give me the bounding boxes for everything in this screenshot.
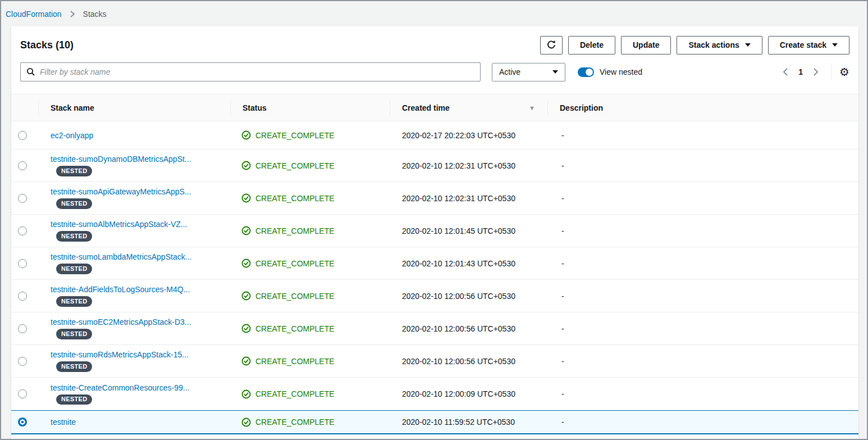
created-time: 2020-02-10 12:00:09 UTC+0530 [390,378,547,410]
status-success-icon [241,418,251,427]
status-text: CREATE_COMPLETE [255,418,335,427]
previous-page-button[interactable] [779,65,792,79]
stack-name-link[interactable]: ec2-onlyapp [51,131,93,140]
table-row[interactable]: ec2-onlyapp CREATE_COMPLETE 2020-02-17 2… [11,121,858,149]
column-status[interactable]: Status [230,94,390,121]
status-success-icon [241,324,251,333]
status-text: CREATE_COMPLETE [255,161,335,170]
divider [831,63,832,80]
stack-name-link[interactable]: testnite-sumoAlbMetricsAppStack-VZ... [51,220,188,229]
description: - [547,247,858,279]
description: - [547,121,858,149]
status-success-icon [241,193,251,203]
stack-name-link[interactable]: testnite-sumoEC2MetricsAppStack-D3... [51,317,191,326]
description: - [547,149,858,182]
page-title: Stacks(10) [20,39,74,51]
status-success-icon [241,291,251,301]
status-text: CREATE_COMPLETE [255,357,335,366]
column-description[interactable]: Description [547,94,858,121]
nested-badge: NESTED [56,166,92,176]
table-body: ec2-onlyapp CREATE_COMPLETE 2020-02-17 2… [11,121,858,434]
refresh-icon [546,40,556,50]
table-row[interactable]: testnite-CreateCommonResources-99... NES… [11,378,858,410]
search-input[interactable] [40,63,474,81]
create-stack-button[interactable]: Create stack [768,36,849,55]
nested-badge: NESTED [56,394,92,405]
created-time: 2020-02-10 11:59:52 UTC+0530 [390,411,547,433]
table-row[interactable]: testnite-sumoDynamoDBMetricsAppSt... NES… [11,149,858,182]
next-page-button[interactable] [810,65,822,79]
row-radio[interactable] [18,357,27,366]
row-radio[interactable] [18,389,27,398]
table-row[interactable]: testnite-sumoRdsMetricsAppStack-15... NE… [11,345,858,378]
description: - [547,280,858,312]
nested-badge: NESTED [56,296,92,306]
created-time: 2020-02-10 12:01:43 UTC+0530 [390,247,547,279]
stack-count: (10) [56,39,74,51]
status-text: CREATE_COMPLETE [255,131,335,140]
status-text: CREATE_COMPLETE [255,194,335,203]
description: - [547,182,858,214]
status-success-icon [241,226,251,235]
nested-badge: NESTED [56,198,92,208]
nested-badge: NESTED [56,361,92,371]
update-button[interactable]: Update [621,36,671,55]
chevron-down-icon [552,70,558,74]
stacks-card: Stacks(10) Delete Update [11,26,858,439]
description: - [547,345,858,377]
stack-name-link[interactable]: testnite-sumoApiGatewayMetricsAppS... [51,187,191,196]
stack-name-link[interactable]: testnite-AddFieldsToLogSources-M4Q... [51,285,190,294]
created-time: 2020-02-10 12:02:31 UTC+0530 [390,182,547,214]
row-radio[interactable] [18,418,27,427]
refresh-button[interactable] [540,36,563,55]
status-text: CREATE_COMPLETE [255,324,335,333]
stack-name-link[interactable]: testnite-sumoLambdaMetricsAppStack... [51,252,191,261]
status-success-icon [241,389,251,399]
description: - [547,215,858,247]
column-created-time[interactable]: Created time ▼ [390,94,547,121]
stack-name-link[interactable]: testnite [51,418,76,427]
view-nested-label: View nested [600,67,642,76]
delete-button[interactable]: Delete [568,36,615,55]
status-text: CREATE_COMPLETE [255,389,335,398]
select-all-column [11,94,38,121]
view-nested-toggle[interactable] [578,67,594,77]
stack-name-link[interactable]: testnite-sumoDynamoDBMetricsAppSt... [51,155,191,164]
stack-filter [20,62,481,81]
row-radio[interactable] [18,226,27,235]
sort-descending-icon[interactable]: ▼ [529,105,535,111]
created-time: 2020-02-10 12:02:31 UTC+0530 [390,149,547,182]
row-radio[interactable] [18,292,27,301]
created-time: 2020-02-10 12:01:45 UTC+0530 [390,215,547,247]
table-row[interactable]: testnite-sumoAlbMetricsAppStack-VZ... NE… [11,215,858,247]
table-row[interactable]: testnite-sumoLambdaMetricsAppStack... NE… [11,247,858,280]
row-radio[interactable] [18,194,27,203]
table-row[interactable]: testnite-sumoApiGatewayMetricsAppS... NE… [11,182,858,215]
status-filter-select[interactable]: Active [492,63,565,81]
created-time: 2020-02-10 12:00:56 UTC+0530 [390,312,547,344]
created-time: 2020-02-17 20:22:03 UTC+0530 [390,121,547,149]
table-row[interactable]: testnite-sumoEC2MetricsAppStack-D3... NE… [11,312,858,345]
description: - [547,411,858,433]
current-page[interactable]: 1 [798,67,803,76]
row-radio[interactable] [18,161,27,170]
status-text: CREATE_COMPLETE [255,226,335,235]
chevron-down-icon [745,43,751,47]
row-radio[interactable] [18,324,27,333]
row-radio[interactable] [18,131,27,140]
breadcrumb-current: Stacks [83,10,107,19]
row-radio[interactable] [18,259,27,268]
breadcrumb: CloudFormation Stacks [1,1,867,26]
stack-name-link[interactable]: testnite-CreateCommonResources-99... [51,383,189,392]
nested-badge: NESTED [56,329,92,339]
table-row[interactable]: testnite CREATE_COMPLETE 2020-02-10 11:5… [11,410,858,434]
stack-actions-button[interactable]: Stack actions [677,36,762,55]
table-row[interactable]: testnite-AddFieldsToLogSources-M4Q... NE… [11,280,858,312]
column-stack-name[interactable]: Stack name [38,94,230,121]
stack-name-link[interactable]: testnite-sumoRdsMetricsAppStack-15... [51,350,189,359]
preferences-gear-button[interactable]: ⚙ [839,66,849,78]
status-success-icon [241,356,251,366]
created-time: 2020-02-10 12:00:56 UTC+0530 [390,345,547,377]
breadcrumb-cloudformation-link[interactable]: CloudFormation [6,10,62,19]
cloudformation-console: CloudFormation Stacks Stacks(10) [0,0,868,440]
